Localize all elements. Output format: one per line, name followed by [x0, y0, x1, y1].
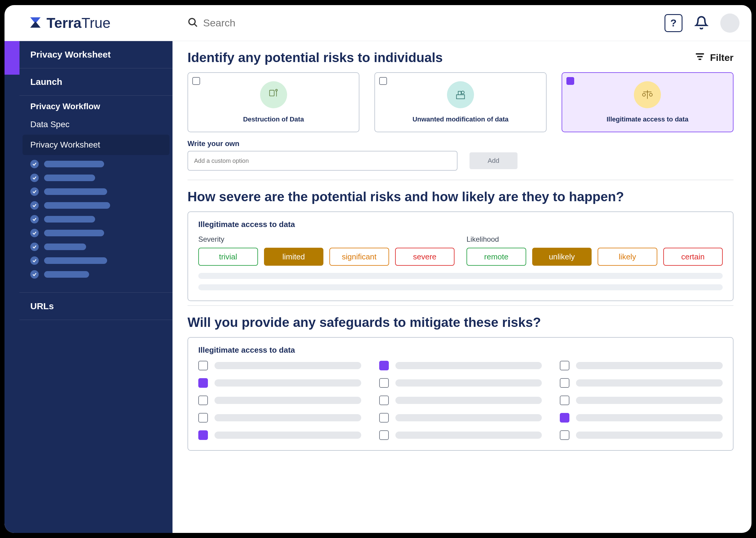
sidebar-link-privacy-worksheet[interactable]: Privacy Worksheet [23, 134, 169, 155]
safeguard-checkbox[interactable] [198, 378, 208, 388]
safeguard-checkbox[interactable] [560, 430, 569, 440]
safeguard-item [198, 378, 361, 388]
section-title-safeguards: Will you provide any safeguards to mitig… [188, 315, 733, 330]
safeguard-checkbox[interactable] [198, 361, 208, 370]
likelihood-option[interactable]: remote [467, 248, 526, 266]
add-button[interactable]: Add [470, 152, 517, 169]
risk-card[interactable]: Destruction of Data [188, 72, 359, 132]
checklist-label-placeholder [44, 161, 104, 167]
help-button[interactable]: ? [665, 14, 682, 32]
check-icon [30, 215, 39, 223]
safeguard-checkbox[interactable] [379, 378, 389, 388]
check-icon [30, 188, 39, 196]
svg-rect-7 [269, 90, 274, 96]
search-icon [188, 17, 198, 29]
svg-rect-4 [696, 53, 704, 55]
checklist-item[interactable] [30, 270, 162, 279]
check-icon [30, 160, 39, 168]
safeguard-checkbox[interactable] [560, 396, 569, 405]
logo[interactable]: TerraTrue [5, 15, 172, 31]
sidebar: Privacy Worksheet Launch Privacy Workflo… [20, 41, 172, 533]
safeguard-item [198, 413, 361, 422]
severity-option[interactable]: significant [329, 248, 389, 266]
main-row: Privacy Worksheet Launch Privacy Workflo… [5, 41, 751, 533]
sidebar-item-urls[interactable]: URLs [20, 293, 172, 320]
safeguard-checkbox[interactable] [198, 396, 208, 405]
safeguard-item [560, 430, 723, 440]
safeguard-checkbox[interactable] [560, 413, 569, 422]
search-area [172, 17, 665, 29]
safeguard-label-placeholder [395, 432, 542, 439]
safeguard-checkbox[interactable] [379, 413, 389, 422]
checklist-item[interactable] [30, 256, 162, 265]
custom-option-input[interactable] [188, 151, 457, 171]
risk-cards: Destruction of DataUnwanted modification… [188, 72, 733, 132]
notifications-button[interactable] [694, 16, 708, 30]
safeguard-checkbox[interactable] [379, 396, 389, 405]
likelihood-option[interactable]: certain [663, 248, 723, 266]
sidebar-header[interactable]: Privacy Worksheet [20, 41, 172, 68]
safeguard-label-placeholder [395, 379, 542, 387]
risk-icon [634, 81, 661, 108]
checklist-item[interactable] [30, 188, 162, 196]
svg-point-9 [275, 89, 277, 91]
safeguard-checkbox[interactable] [198, 413, 208, 422]
severity-option[interactable]: severe [395, 248, 455, 266]
accent-strip [5, 41, 20, 533]
safeguard-checkbox[interactable] [560, 378, 569, 388]
checklist-item[interactable] [30, 242, 162, 251]
logo-text: TerraTrue [46, 15, 110, 31]
checklist-item[interactable] [30, 229, 162, 237]
filter-icon [694, 51, 705, 64]
safeguard-item [198, 430, 361, 440]
safeguard-checkbox[interactable] [379, 430, 389, 440]
safeguard-label-placeholder [576, 414, 723, 421]
filter-button[interactable]: Filter [694, 51, 733, 64]
divider [188, 305, 733, 306]
safeguard-label-placeholder [395, 362, 542, 369]
risk-icon [447, 81, 474, 108]
risk-label: Destruction of Data [243, 116, 304, 123]
risk-icon [260, 81, 287, 108]
checklist-label-placeholder [44, 175, 95, 181]
safeguard-label-placeholder [214, 379, 361, 387]
risk-checkbox[interactable] [192, 77, 200, 85]
checklist-label-placeholder [44, 271, 89, 278]
likelihood-option[interactable]: unlikely [532, 248, 592, 266]
avatar[interactable] [720, 14, 739, 33]
risk-checkbox[interactable] [566, 77, 574, 85]
risk-card[interactable]: Unwanted modification of data [375, 72, 546, 132]
risk-label: Illegitimate access to data [607, 116, 688, 123]
check-icon [30, 256, 39, 265]
checklist-item[interactable] [30, 215, 162, 223]
likelihood-option[interactable]: likely [598, 248, 657, 266]
svg-rect-5 [697, 56, 703, 58]
app-window: TerraTrue ? Privacy Worksheet Launc [5, 5, 751, 533]
safeguard-checkbox[interactable] [560, 361, 569, 370]
risk-checkbox[interactable] [379, 77, 387, 85]
severity-label: Severity [198, 235, 454, 243]
safeguard-grid [198, 361, 723, 440]
safeguard-checkbox[interactable] [379, 361, 389, 370]
svg-rect-6 [698, 59, 701, 60]
risk-card[interactable]: Illegitimate access to data [561, 72, 733, 132]
safeguard-item [379, 378, 542, 388]
safeguard-label-placeholder [576, 397, 723, 404]
placeholder-line [198, 273, 723, 279]
severity-option[interactable]: trivial [198, 248, 258, 266]
sidebar-item-launch[interactable]: Launch [20, 68, 172, 95]
sidebar-link-data-spec[interactable]: Data Spec [20, 114, 172, 134]
safeguard-item [198, 396, 361, 405]
svg-rect-10 [457, 95, 465, 99]
safeguard-checkbox[interactable] [198, 430, 208, 440]
severity-option[interactable]: limited [264, 248, 324, 266]
checklist-item[interactable] [30, 174, 162, 182]
check-icon [30, 242, 39, 251]
safeguard-label-placeholder [395, 414, 542, 421]
checklist-item[interactable] [30, 160, 162, 168]
checklist-item[interactable] [30, 201, 162, 210]
safeguard-label-placeholder [214, 362, 361, 369]
check-icon [30, 174, 39, 182]
svg-point-2 [189, 18, 195, 25]
search-input[interactable] [203, 17, 323, 29]
